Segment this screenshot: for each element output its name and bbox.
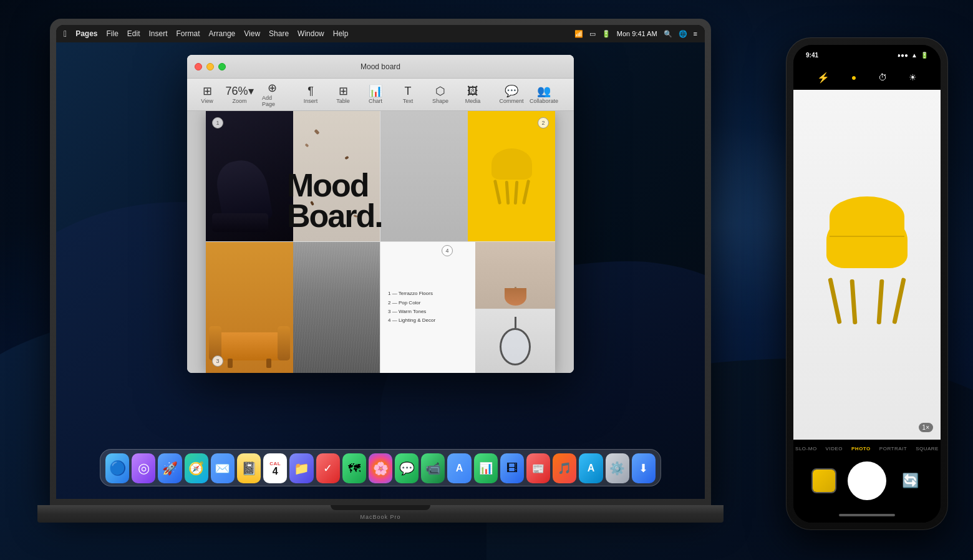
camera-top-controls: ⚡ ● ⏱ ☀ [793,65,941,90]
toolbar-shape-btn[interactable]: ⬡ Shape [425,81,455,109]
dock-facetime[interactable]: 📹 [421,453,445,483]
menu-app-name[interactable]: Pages [75,29,97,38]
dock-safari[interactable]: 🧭 [185,453,208,483]
maximize-button[interactable] [218,63,226,70]
dock-maps[interactable]: 🗺 [342,453,366,483]
flip-camera-button[interactable]: 🔄 [898,468,922,493]
collaborate-label: Collaborate [530,98,558,104]
dock-downloads[interactable]: ⬇ [632,453,656,483]
iphone-status-right: ●●● ▲ 🔋 [897,52,928,59]
iphone-time: 9:41 [806,52,818,59]
dock-mail[interactable]: ✉️ [211,453,235,483]
mirror-shape [500,317,531,365]
text-label: Text [403,98,414,104]
camera-app: 9:41 ●●● ▲ 🔋 ⚡ ● ⏱ ☀ [793,45,941,523]
control-center-icon[interactable]: ≡ [694,30,697,37]
apple-icon[interactable]:  [64,29,67,39]
dock-launchpad[interactable]: 🚀 [158,453,182,483]
menu-window[interactable]: Window [298,29,324,38]
window-titlebar: Mood board [187,55,574,79]
toolbar-text-btn[interactable]: T Text [393,81,423,109]
mood-board: 1 2 3 4 [206,111,555,373]
iphone: 9:41 ●●● ▲ 🔋 ⚡ ● ⏱ ☀ [786,37,961,549]
sofa-leg-left [228,359,233,368]
toolbar-zoom-btn[interactable]: 76%▾ Zoom [225,81,254,109]
terrazzo-chip-6 [354,215,358,218]
lamp-shade [505,288,526,306]
menu-file[interactable]: File [106,29,118,38]
mode-square[interactable]: SQUARE [916,446,939,451]
dock-files[interactable]: 📁 [289,453,313,483]
dark-chair-photo [206,111,293,241]
toolbar-collaborate-btn[interactable]: 👥 Collaborate [529,81,559,109]
menu-insert[interactable]: Insert [149,29,168,38]
minimize-button[interactable] [206,63,214,70]
airplay-icon: ▭ [589,30,596,38]
terrazzo-chip-1 [314,129,320,135]
mode-slomo[interactable]: SLO-MO [795,446,817,451]
toolbar-chart-btn[interactable]: 📊 Chart [361,81,390,109]
flip-icon: 🔄 [902,473,919,489]
addpage-label: Add Page [262,95,282,107]
chair-leg-fl [493,179,501,204]
dock-numbers[interactable]: 📊 [474,453,498,483]
menu-format[interactable]: Format [177,29,200,38]
menu-arrange[interactable]: Arrange [209,29,236,38]
dock-calendar[interactable]: CAL 4 [263,453,287,483]
camera-mode-selector: SLO-MO VIDEO PHOTO PORTRAIT SQUARE [793,440,941,456]
toolbar: ⊞ View 76%▾ Zoom ⊕ Add Page [187,79,574,111]
chair-seat-shape [212,213,268,232]
filter-icon[interactable]: ☀ [909,72,917,82]
media-icon: 🖼 [467,85,478,97]
shutter-button[interactable] [848,461,886,500]
dock-appstore[interactable]: A [447,453,471,483]
mode-portrait[interactable]: PORTRAIT [879,446,907,451]
toolbar-view-btn[interactable]: ⊞ View [192,81,222,109]
dock-system-prefs[interactable]: ⚙️ [606,453,629,483]
time-display: Mon 9:41 AM [617,30,657,37]
timer-icon[interactable]: ⏱ [878,72,887,82]
mode-photo[interactable]: PHOTO [851,446,871,451]
viewfinder-background [793,90,941,440]
menu-help[interactable]: Help [333,29,349,38]
desktop-area: Mood board ⊞ View 76%▾ Zoom ⊕ [56,42,705,499]
menu-share[interactable]: Share [269,29,289,38]
traffic-lights [195,63,226,70]
media-label: Media [465,98,481,104]
toolbar-media-btn[interactable]: 🖼 Media [458,81,488,109]
dock-siri[interactable]: ◎ [132,453,155,483]
dock-finder[interactable]: 🔵 [105,453,129,483]
close-button[interactable] [195,63,202,70]
last-photo-thumbnail[interactable] [811,468,836,493]
comment-label: Comment [500,98,524,104]
menu-view[interactable]: View [244,29,260,38]
macbook-label: MacBook Pro [360,514,400,520]
chair-leg-mr [513,180,518,204]
toolbar-addpage-btn[interactable]: ⊕ Add Page [257,81,287,109]
view-icon: ⊞ [203,85,212,97]
dock-appstore2[interactable]: A [579,453,603,483]
terrazzo-chip-5 [305,143,309,148]
dock-news[interactable]: 📰 [526,453,550,483]
toolbar-insert-btn[interactable]: ¶ Insert [296,81,326,109]
text-icon: T [405,85,412,97]
number-3-badge: 3 [212,355,223,367]
toolbar-format-btn[interactable]: ⊟ Format [568,81,574,109]
toolbar-comment-btn[interactable]: 💬 Comment [496,81,526,109]
insert-label: Insert [304,98,318,104]
dock-messages[interactable]: 💬 [395,453,419,483]
search-icon[interactable]: 🔍 [664,30,672,38]
toolbar-table-btn[interactable]: ⊞ Table [328,81,358,109]
dock-keynote[interactable]: 🎞 [500,453,524,483]
dock-notes[interactable]: 📓 [237,453,261,483]
siri-icon[interactable]: 🌐 [679,30,687,38]
dock-photos[interactable]: 🌸 [369,453,392,483]
chair-seat [491,148,532,180]
dock-music[interactable]: 🎵 [553,453,576,483]
items-list-section: 1 — Terrazzo Floors 2 — Pop Color 3 — Wa… [380,242,475,373]
flash-icon[interactable]: ⚡ [817,72,830,84]
live-icon[interactable]: ● [851,72,856,82]
menu-edit[interactable]: Edit [127,29,140,38]
dock-reminders[interactable]: ✓ [316,453,340,483]
mode-video[interactable]: VIDEO [826,446,843,451]
